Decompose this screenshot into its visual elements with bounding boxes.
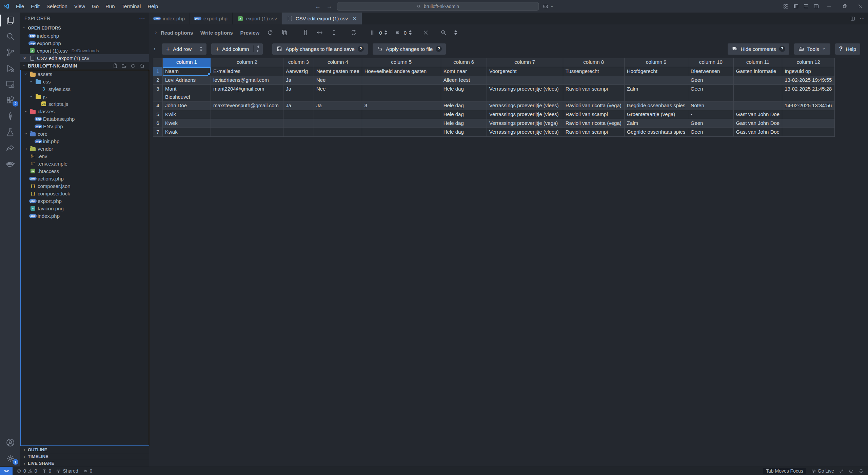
grid-cell[interactable] (283, 110, 314, 119)
column-header[interactable]: column 12 (782, 58, 835, 67)
grid-cell[interactable]: Aanwezig (283, 67, 314, 76)
grid-cell[interactable]: Hele dag (441, 128, 487, 137)
read-options-section[interactable]: Read options (161, 30, 193, 36)
grid-cell[interactable]: - (688, 110, 733, 119)
grid-cell[interactable]: Zalm (624, 85, 688, 101)
grid-cell[interactable]: Tussengerecht (563, 67, 624, 76)
grid-cell[interactable]: Ja (283, 101, 314, 110)
row-header[interactable]: 7 (153, 128, 163, 137)
grid-cell[interactable]: John Doe (163, 101, 211, 110)
activity-extensions[interactable]: 2 (0, 92, 20, 108)
write-options-section[interactable]: Write options (200, 30, 233, 36)
activity-mongodb[interactable] (0, 108, 20, 124)
menu-terminal[interactable]: Terminal (118, 0, 144, 13)
resize-columns-icon[interactable] (316, 29, 323, 36)
tunnel-key-status[interactable] (836, 467, 846, 475)
tree-item-js[interactable]: ›js (21, 93, 149, 100)
grid-cell[interactable]: Hele dag (441, 101, 487, 110)
live-share-section[interactable]: › LIVE SHARE (20, 460, 149, 467)
project-section[interactable]: › BRUILOFT-NK-ADMIN (20, 62, 149, 70)
tree-item-assets[interactable]: ›assets (21, 70, 149, 78)
guests-status[interactable]: 0 (81, 467, 95, 475)
tree-item-index-php[interactable]: phpindex.php (21, 212, 149, 220)
grid-cell[interactable] (362, 119, 441, 128)
menu-run[interactable]: Run (102, 0, 118, 13)
tab-export-php[interactable]: phpexport.php (190, 13, 233, 24)
history-forward-icon[interactable]: → (326, 3, 334, 10)
tree-item-core[interactable]: ›core (21, 130, 149, 137)
ruler-icon[interactable] (302, 29, 309, 36)
grid-cell[interactable]: Neemt gasten mee (314, 67, 362, 76)
tree-item-vendor[interactable]: ›vendor (21, 145, 149, 152)
tree-item-composer-lock[interactable]: { }composer.lock (21, 190, 149, 197)
activity-source-control[interactable] (0, 44, 20, 60)
menu-go[interactable]: Go (88, 0, 102, 13)
help-badge-icon[interactable]: ? (436, 46, 442, 52)
tree-item-export-php[interactable]: phpexport.php (21, 197, 149, 205)
column-header[interactable]: column 8 (563, 58, 624, 67)
history-back-icon[interactable]: ← (314, 3, 322, 10)
grid-cell[interactable]: 3 (362, 101, 441, 110)
menu-help[interactable]: Help (144, 0, 161, 13)
zoom-stepper[interactable] (454, 30, 457, 35)
tree-item-env-php[interactable]: phpENV.php (21, 122, 149, 130)
toggle-secondary-sidebar-icon[interactable] (811, 0, 821, 13)
grid-cell[interactable]: Hele dag (441, 85, 487, 101)
grid-cell[interactable] (211, 110, 283, 119)
grid-cell[interactable]: Groentetaartje (vega) (624, 110, 688, 119)
grid-cell[interactable]: Zalm (624, 119, 688, 128)
tree-item-database-php[interactable]: phpDatabase.php (21, 115, 149, 122)
problems-status[interactable]: 0 0 (14, 467, 40, 475)
column-header[interactable]: column 2 (211, 58, 283, 67)
grid-cell[interactable]: Ravioli van ricotta (vega) (563, 101, 624, 110)
grid-cell[interactable]: Voorgerecht (487, 67, 563, 76)
grid-cell[interactable] (624, 76, 688, 85)
help-badge-icon[interactable]: ? (358, 46, 364, 52)
grid-cell[interactable] (283, 128, 314, 137)
grid-cell[interactable]: 13-02-2025 19:49:55 (782, 76, 835, 85)
row-header[interactable]: 4 (153, 101, 163, 110)
column-header[interactable]: column 4 (314, 58, 362, 67)
grid-cell[interactable] (362, 128, 441, 137)
restore-button[interactable] (837, 0, 852, 13)
grid-cell[interactable]: Nee (314, 85, 362, 101)
chevron-right-icon[interactable]: › (153, 46, 157, 52)
activity-search[interactable] (0, 28, 20, 44)
grid-cell[interactable]: MaritBiesheuvel (163, 85, 211, 101)
add-row-button[interactable]: + Add row (162, 43, 206, 55)
grid-cell[interactable]: Ravioli van scampi (563, 110, 624, 119)
grid-cell[interactable]: Nee (314, 76, 362, 85)
grid-cell[interactable]: Gast van John Doe (733, 119, 782, 128)
outline-section[interactable]: › OUTLINE (20, 446, 149, 453)
grid-cell[interactable]: 13-02-2025 21:45:28 (782, 85, 835, 101)
remote-indicator[interactable]: >< (0, 467, 13, 475)
grid-cell[interactable] (733, 76, 782, 85)
grid-cell[interactable] (782, 119, 835, 128)
row-header[interactable]: 6 (153, 119, 163, 128)
grid-cell[interactable]: maxstevensputh@gmail.com (211, 101, 283, 110)
grid-cell[interactable]: Geen (688, 119, 733, 128)
grid-cell[interactable]: 14-02-2025 13:34:56 (782, 101, 835, 110)
grid-cell[interactable]: Ja (283, 85, 314, 101)
copilot-menu[interactable]: › (542, 3, 554, 10)
column-header[interactable]: column 9 (624, 58, 688, 67)
editor-more-actions-icon[interactable]: ⋯ (860, 16, 865, 22)
activity-remote-explorer[interactable] (0, 76, 20, 92)
grid-cell[interactable]: Noten (688, 101, 733, 110)
preview-section[interactable]: Preview (240, 30, 260, 36)
grid-cell[interactable] (211, 119, 283, 128)
grid-cell[interactable]: Kwek (163, 119, 211, 128)
grid-cell[interactable] (314, 119, 362, 128)
go-live-status[interactable]: Go Live (809, 467, 836, 475)
grid-cell[interactable]: leviadriaens@gmail.com (211, 76, 283, 85)
grid-cell[interactable]: Dieetwensen (688, 67, 733, 76)
new-folder-icon[interactable] (121, 63, 127, 69)
tree-item-css[interactable]: ›css (21, 78, 149, 85)
tree-item-classes[interactable]: ›classes (21, 108, 149, 115)
column-header[interactable]: column 7 (487, 58, 563, 67)
command-center-search[interactable]: bruiloft-nk-admin (337, 2, 539, 11)
close-button[interactable] (852, 0, 868, 13)
zoom-reset-icon[interactable] (440, 29, 447, 36)
grid-cell[interactable] (314, 128, 362, 137)
tree-item-favicon-png[interactable]: ▲favicon.png (21, 205, 149, 212)
